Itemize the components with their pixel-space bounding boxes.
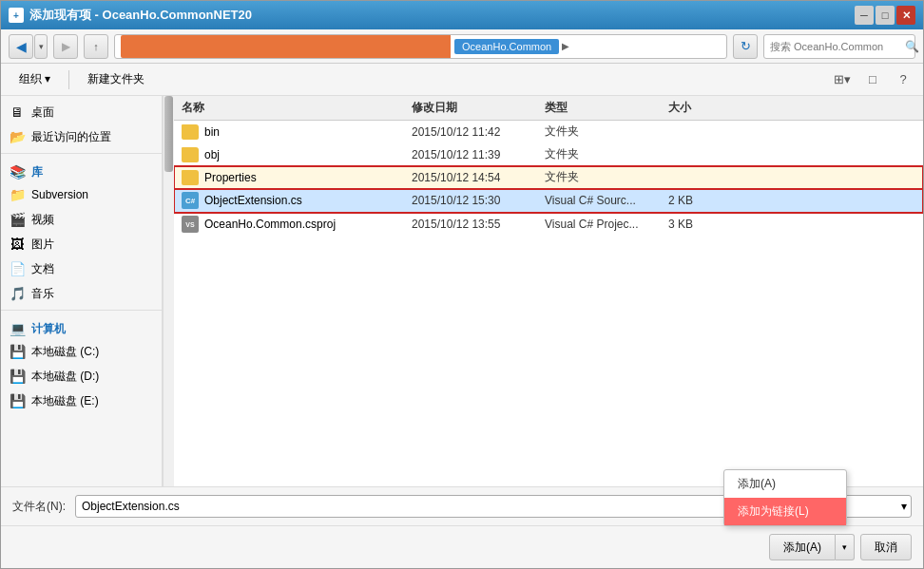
close-button[interactable]: ✕ <box>896 6 915 25</box>
file-size: 3 KB <box>668 218 744 231</box>
address-path-fill <box>121 35 451 58</box>
file-list: bin 2015/10/12 11:42 文件夹 obj 2015/10/12 … <box>174 121 923 486</box>
library-icon: 📚 <box>9 163 26 180</box>
file-type: 文件夹 <box>545 123 668 140</box>
sidebar-item-disk-c[interactable]: 💾 本地磁盘 (C:) <box>1 339 162 364</box>
file-size: 2 KB <box>668 194 744 207</box>
sidebar-item-subversion[interactable]: 📁 Subversion <box>1 182 162 207</box>
folder-icon <box>182 170 199 185</box>
filename-label: 文件名(N): <box>12 499 66 515</box>
scrollbar-track <box>164 96 174 486</box>
computer-icon: 💻 <box>9 320 26 337</box>
toolbar: 组织 ▾ 新建文件夹 ⊞▾ □ ? <box>1 64 923 96</box>
table-row[interactable]: bin 2015/10/12 11:42 文件夹 <box>174 121 923 143</box>
sidebar-item-label-desktop: 桌面 <box>31 104 54 121</box>
file-name-cell: C# ObjectExtension.cs <box>174 192 412 209</box>
file-name-cell: Properties <box>174 170 412 185</box>
sidebar-item-label-recent: 最近访问的位置 <box>31 129 111 145</box>
video-icon: 🎬 <box>9 211 26 228</box>
filetype-dropdown-arrow: ▾ <box>901 500 907 513</box>
sidebar-item-disk-e[interactable]: 💾 本地磁盘 (E:) <box>1 389 162 413</box>
disk-e-icon: 💾 <box>9 392 26 409</box>
filename-input[interactable] <box>75 495 750 518</box>
new-folder-button[interactable]: 新建文件夹 <box>77 67 155 92</box>
file-date: 2015/10/12 14:54 <box>412 171 545 184</box>
refresh-button[interactable]: ↻ <box>733 34 758 59</box>
file-date: 2015/10/12 15:30 <box>412 194 545 207</box>
document-icon: 📄 <box>9 260 26 277</box>
sidebar-scrollbar[interactable] <box>163 96 174 486</box>
minimize-button[interactable]: ─ <box>855 6 874 25</box>
sidebar-item-desktop[interactable]: 🖥 桌面 <box>1 100 162 124</box>
col-header-name[interactable]: 名称 <box>174 100 412 116</box>
scrollbar-thumb[interactable] <box>164 96 173 172</box>
file-name: obj <box>204 148 220 161</box>
sidebar-section-computer[interactable]: 💻 计算机 <box>1 314 162 339</box>
file-type: Visual C# Projec... <box>545 218 668 231</box>
table-row[interactable]: C# ObjectExtension.cs 2015/10/12 15:30 V… <box>174 189 923 213</box>
disk-d-icon: 💾 <box>9 368 26 385</box>
file-type: Visual C# Sourc... <box>545 194 668 207</box>
maximize-button[interactable]: □ <box>876 6 895 25</box>
up-button[interactable]: ↑ <box>84 34 108 59</box>
help-button[interactable]: ? <box>891 67 915 92</box>
file-name: ObjectExtension.cs <box>204 194 302 207</box>
add-button[interactable]: 添加(A) <box>769 534 836 560</box>
back-dropdown[interactable]: ▾ <box>34 34 48 59</box>
sidebar-section-library[interactable]: 📚 库 <box>1 158 162 182</box>
add-dropdown-arrow[interactable]: ▾ <box>836 534 855 560</box>
sidebar-item-label-subversion: Subversion <box>31 188 88 201</box>
sidebar-item-document[interactable]: 📄 文档 <box>1 256 162 281</box>
preview-button[interactable]: □ <box>860 67 885 92</box>
sidebar-item-video[interactable]: 🎬 视频 <box>1 207 162 232</box>
dropdown-item-add[interactable]: 添加(A) <box>724 470 846 498</box>
subversion-icon: 📁 <box>9 186 26 203</box>
sidebar-item-recent[interactable]: 📂 最近访问的位置 <box>1 124 162 149</box>
sidebar-item-label-disk-c: 本地磁盘 (C:) <box>31 344 99 360</box>
file-name-cell: bin <box>174 124 412 140</box>
picture-icon: 🖼 <box>9 236 26 253</box>
cancel-button[interactable]: 取消 <box>860 534 912 560</box>
csproj-icon: VS <box>182 216 199 233</box>
col-header-size[interactable]: 大小 <box>668 100 744 116</box>
folder-icon <box>182 147 199 162</box>
file-name: bin <box>204 125 220 139</box>
disk-c-icon: 💾 <box>9 343 26 360</box>
sidebar-item-disk-d[interactable]: 💾 本地磁盘 (D:) <box>1 364 162 389</box>
table-row[interactable]: Properties 2015/10/12 14:54 文件夹 <box>174 166 923 189</box>
path-segment[interactable]: OceanHo.Common <box>454 39 559 54</box>
folder-icon <box>182 124 199 140</box>
search-box[interactable]: 🔍 <box>763 34 915 59</box>
sidebar: 🖥 桌面 📂 最近访问的位置 📚 库 📁 Subversion 🎬 视频 � <box>1 96 163 486</box>
dropdown-menu: 添加(A) 添加为链接(L) <box>723 469 847 526</box>
sidebar-item-label-video: 视频 <box>31 212 54 228</box>
back-button[interactable]: ◀ <box>9 34 33 59</box>
sidebar-item-music[interactable]: 🎵 音乐 <box>1 281 162 306</box>
file-name-cell: obj <box>174 147 412 162</box>
search-input[interactable] <box>770 41 901 52</box>
table-row[interactable]: obj 2015/10/12 11:39 文件夹 <box>174 143 923 166</box>
sidebar-divider-1 <box>1 153 162 154</box>
table-row[interactable]: VS OceanHo.Common.csproj 2015/10/12 13:5… <box>174 213 923 237</box>
cs-file-icon: C# <box>182 192 199 209</box>
sidebar-item-picture[interactable]: 🖼 图片 <box>1 232 162 256</box>
view-options-button[interactable]: ⊞▾ <box>830 67 855 92</box>
sidebar-divider-2 <box>1 310 162 311</box>
file-type: 文件夹 <box>545 146 668 162</box>
col-header-date[interactable]: 修改日期 <box>412 100 545 116</box>
sidebar-item-label-music: 音乐 <box>31 286 54 302</box>
dropdown-item-add-link[interactable]: 添加为链接(L) <box>724 498 846 525</box>
window-title: 添加现有项 - OceanHo.CommonNET20 <box>29 7 855 24</box>
sidebar-section-library-label: 库 <box>31 164 43 180</box>
sidebar-item-label-document: 文档 <box>31 261 54 277</box>
search-icon[interactable]: 🔍 <box>905 40 919 53</box>
address-path[interactable]: OceanHo.Common ▶ <box>114 34 727 59</box>
forward-button[interactable]: ▶ <box>53 34 78 59</box>
file-date: 2015/10/12 13:55 <box>412 218 545 231</box>
sidebar-section-computer-label: 计算机 <box>31 321 66 337</box>
organize-button[interactable]: 组织 ▾ <box>9 67 61 92</box>
action-bar: 添加(A) 添加为链接(L) 添加(A) ▾ 取消 <box>1 525 923 568</box>
window-icon: + <box>9 8 24 23</box>
col-header-type[interactable]: 类型 <box>545 100 668 116</box>
file-date: 2015/10/12 11:42 <box>412 125 545 139</box>
